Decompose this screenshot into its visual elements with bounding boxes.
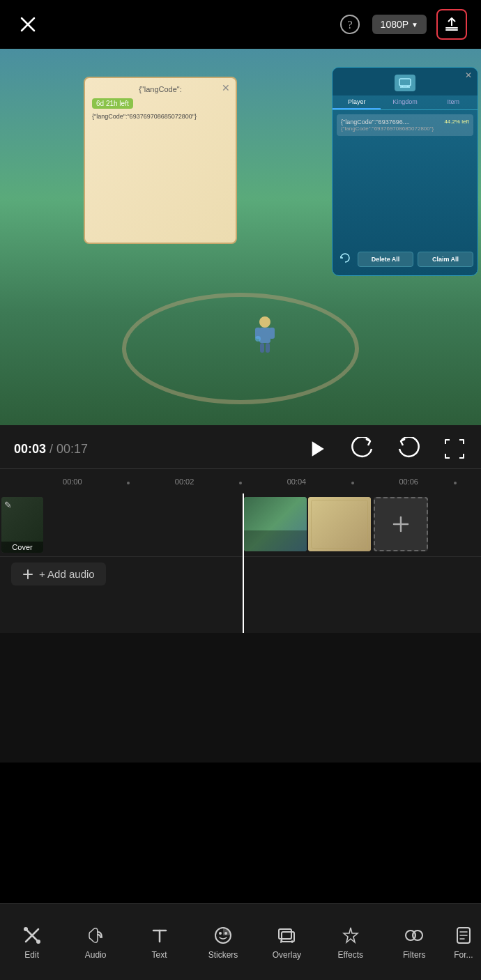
add-audio-icon xyxy=(22,569,33,580)
parchment-close[interactable]: ✕ xyxy=(222,82,230,93)
control-buttons xyxy=(304,436,467,461)
delete-all-button[interactable]: Delete All xyxy=(358,252,413,267)
tab-kingdom[interactable]: Kingdom xyxy=(381,95,429,109)
svg-point-25 xyxy=(36,940,40,944)
svg-rect-11 xyxy=(259,328,270,343)
svg-point-24 xyxy=(24,927,28,931)
tab-player[interactable]: Player xyxy=(333,95,381,109)
ruler-dot-1 xyxy=(127,482,130,484)
blue-panel-actions: Delete All Claim All xyxy=(333,247,478,271)
ruler-mark-2: 00:02 xyxy=(175,477,194,486)
svg-rect-4 xyxy=(445,27,458,29)
cover-thumbnail[interactable]: ✎ Cover xyxy=(1,497,43,553)
clip-thumb-1[interactable] xyxy=(244,497,307,551)
resolution-button[interactable]: 1080P ▼ xyxy=(372,15,427,34)
filters-label: Filters xyxy=(403,950,426,960)
ruler-mark-6: 00:06 xyxy=(399,477,418,486)
stone-circle-decoration xyxy=(122,293,359,404)
toolbar-item-format[interactable]: For... xyxy=(446,904,481,980)
blue-panel-icon xyxy=(395,75,415,91)
add-clip-button[interactable] xyxy=(374,497,428,551)
current-time: 00:03 xyxy=(14,442,46,456)
svg-marker-17 xyxy=(312,441,324,457)
blue-panel: ✕ Player Kingdom Item {"langCode":"69376… xyxy=(332,67,478,276)
parchment-timer: 6d 21h left xyxy=(92,98,133,109)
parchment-title: {"langCode": xyxy=(92,85,229,93)
resolution-chevron: ▼ xyxy=(411,21,418,29)
audio-icon xyxy=(85,925,106,946)
rewind-button[interactable] xyxy=(350,436,375,461)
timeline-area[interactable]: ✎ Cover xyxy=(0,493,481,633)
audio-label: Audio xyxy=(85,950,107,960)
svg-point-30 xyxy=(224,932,227,935)
top-bar: ? 1080P ▼ xyxy=(0,0,481,49)
svg-point-16 xyxy=(255,336,261,342)
clip-strip xyxy=(244,497,428,551)
text-icon xyxy=(149,925,170,946)
cover-label: Cover xyxy=(1,542,43,553)
svg-rect-14 xyxy=(260,343,264,353)
game-character xyxy=(251,314,279,355)
refresh-icon xyxy=(339,252,351,263)
effects-label: Effects xyxy=(338,950,363,960)
cover-edit-icon: ✎ xyxy=(4,500,12,510)
stickers-icon xyxy=(213,925,234,946)
clip-thumb-2[interactable] xyxy=(308,497,371,551)
blue-panel-item: {"langCode":"6937696.... 44.2% left {"la… xyxy=(337,114,473,136)
add-audio-label: + Add audio xyxy=(39,568,95,580)
ruler-mark-0: 00:00 xyxy=(63,477,82,486)
blue-panel-close[interactable]: ✕ xyxy=(465,70,472,80)
toolbar-item-edit[interactable]: Edit xyxy=(0,904,63,980)
time-display: 00:03 / 00:17 xyxy=(14,442,304,457)
format-label: For... xyxy=(454,950,473,960)
playhead xyxy=(243,493,244,633)
svg-rect-6 xyxy=(399,79,411,86)
total-time: 00:17 xyxy=(56,442,88,456)
add-audio-button[interactable]: + Add audio xyxy=(11,562,106,585)
overlay-icon xyxy=(276,925,297,946)
play-button[interactable] xyxy=(304,436,329,461)
fast-forward-button[interactable] xyxy=(396,436,421,461)
tab-item[interactable]: Item xyxy=(429,95,478,109)
toolbar-item-filters[interactable]: Filters xyxy=(383,904,446,980)
ruler-marks: 00:00 00:02 00:04 00:06 xyxy=(7,472,474,491)
stickers-label: Stickers xyxy=(208,950,238,960)
playback-controls: 00:03 / 00:17 xyxy=(0,425,481,468)
edit-icon xyxy=(22,925,43,946)
ruler-dot-3 xyxy=(239,482,242,484)
ruler-dot-5 xyxy=(351,482,354,484)
top-right-controls: ? 1080P ▼ xyxy=(337,9,467,40)
toolbar-item-text[interactable]: Text xyxy=(128,904,191,980)
svg-text:?: ? xyxy=(347,19,352,31)
blue-panel-body: {"langCode":"6937696.... 44.2% left {"la… xyxy=(333,110,478,143)
toolbar-item-effects[interactable]: Effects xyxy=(319,904,382,980)
effects-icon xyxy=(340,925,361,946)
blue-panel-tabs: Player Kingdom Item xyxy=(333,95,478,110)
toolbar-item-audio[interactable]: Audio xyxy=(63,904,127,980)
claim-all-button[interactable]: Claim All xyxy=(418,252,473,267)
close-button[interactable] xyxy=(14,10,42,38)
export-button[interactable] xyxy=(436,9,467,40)
text-label: Text xyxy=(152,950,167,960)
item-sub: {"langCode":"693769708685072800"} xyxy=(341,125,469,132)
blue-panel-header: ✕ xyxy=(333,68,478,95)
item-title: {"langCode":"6937696.... 44.2% left xyxy=(341,118,469,125)
item-badge: 44.2% left xyxy=(444,118,469,125)
svg-rect-15 xyxy=(266,343,270,353)
help-button[interactable]: ? xyxy=(337,12,362,37)
toolbar-item-stickers[interactable]: Stickers xyxy=(191,904,254,980)
ruler-dot-7 xyxy=(454,482,457,484)
empty-space xyxy=(0,633,481,763)
svg-rect-31 xyxy=(279,929,291,939)
toolbar-item-overlay[interactable]: Overlay xyxy=(255,904,319,980)
svg-point-10 xyxy=(259,316,270,328)
svg-point-29 xyxy=(219,932,222,935)
svg-rect-32 xyxy=(282,932,294,942)
svg-rect-5 xyxy=(445,29,458,31)
fullscreen-button[interactable] xyxy=(442,436,467,461)
svg-marker-36 xyxy=(344,928,358,942)
parchment-code: {"langCode":"693769708685072800"} xyxy=(92,113,229,120)
filters-icon xyxy=(404,925,425,946)
video-track: ✎ Cover xyxy=(0,493,481,556)
timeline-ruler[interactable]: 00:00 00:02 00:04 00:06 xyxy=(0,468,481,493)
